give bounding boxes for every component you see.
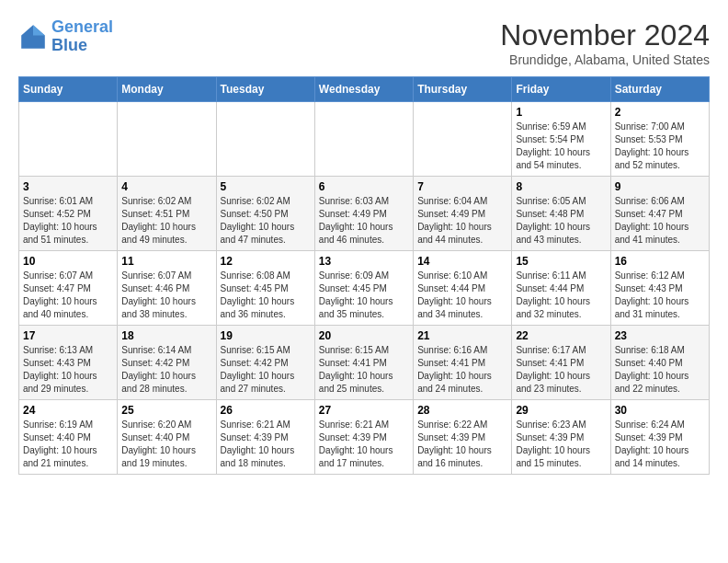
weekday-header: Wednesday xyxy=(314,77,413,102)
day-number: 24 xyxy=(23,404,113,417)
day-info: Sunrise: 6:09 AM Sunset: 4:45 PM Dayligh… xyxy=(319,270,409,321)
day-info: Sunrise: 6:01 AM Sunset: 4:52 PM Dayligh… xyxy=(23,195,113,247)
title-block: November 2024 Brundidge, Alabama, United… xyxy=(500,18,710,67)
day-number: 20 xyxy=(319,329,409,342)
day-number: 21 xyxy=(417,329,507,342)
calendar-cell: 18Sunrise: 6:14 AM Sunset: 4:42 PM Dayli… xyxy=(118,326,216,400)
calendar-cell: 11Sunrise: 6:07 AM Sunset: 4:46 PM Dayli… xyxy=(118,251,216,326)
calendar-cell: 9Sunrise: 6:06 AM Sunset: 4:47 PM Daylig… xyxy=(610,177,709,251)
calendar-cell: 23Sunrise: 6:18 AM Sunset: 4:40 PM Dayli… xyxy=(610,326,709,400)
calendar-cell: 14Sunrise: 6:10 AM Sunset: 4:44 PM Dayli… xyxy=(414,251,512,326)
month-title: November 2024 xyxy=(500,18,710,52)
day-info: Sunrise: 6:59 AM Sunset: 5:54 PM Dayligh… xyxy=(516,121,606,172)
weekday-header: Tuesday xyxy=(216,77,314,102)
day-number: 1 xyxy=(516,106,606,119)
day-info: Sunrise: 6:17 AM Sunset: 4:41 PM Dayligh… xyxy=(516,344,606,396)
calendar-cell xyxy=(118,102,216,177)
day-info: Sunrise: 6:11 AM Sunset: 4:44 PM Dayligh… xyxy=(516,270,606,321)
calendar-cell: 3Sunrise: 6:01 AM Sunset: 4:52 PM Daylig… xyxy=(19,177,118,251)
calendar-week-row: 10Sunrise: 6:07 AM Sunset: 4:47 PM Dayli… xyxy=(19,251,710,326)
day-info: Sunrise: 6:16 AM Sunset: 4:41 PM Dayligh… xyxy=(417,344,507,396)
day-info: Sunrise: 6:13 AM Sunset: 4:43 PM Dayligh… xyxy=(23,344,113,396)
day-info: Sunrise: 6:12 AM Sunset: 4:43 PM Dayligh… xyxy=(615,270,705,321)
calendar-cell: 16Sunrise: 6:12 AM Sunset: 4:43 PM Dayli… xyxy=(610,251,709,326)
day-number: 14 xyxy=(417,255,507,268)
day-number: 3 xyxy=(23,180,113,193)
day-info: Sunrise: 6:03 AM Sunset: 4:49 PM Dayligh… xyxy=(319,195,409,247)
day-info: Sunrise: 6:05 AM Sunset: 4:48 PM Dayligh… xyxy=(516,195,606,247)
day-number: 22 xyxy=(516,329,606,342)
weekday-header: Saturday xyxy=(610,77,709,102)
calendar-cell: 26Sunrise: 6:21 AM Sunset: 4:39 PM Dayli… xyxy=(216,400,314,475)
day-info: Sunrise: 6:06 AM Sunset: 4:47 PM Dayligh… xyxy=(615,195,705,247)
day-number: 10 xyxy=(23,255,113,268)
calendar-week-row: 3Sunrise: 6:01 AM Sunset: 4:52 PM Daylig… xyxy=(19,177,710,251)
calendar-cell: 29Sunrise: 6:23 AM Sunset: 4:39 PM Dayli… xyxy=(512,400,610,475)
weekday-header: Sunday xyxy=(19,77,118,102)
calendar-cell: 19Sunrise: 6:15 AM Sunset: 4:42 PM Dayli… xyxy=(216,326,314,400)
day-info: Sunrise: 6:10 AM Sunset: 4:44 PM Dayligh… xyxy=(417,270,507,321)
day-info: Sunrise: 6:02 AM Sunset: 4:50 PM Dayligh… xyxy=(221,195,311,247)
day-number: 8 xyxy=(516,180,606,193)
calendar-cell: 20Sunrise: 6:15 AM Sunset: 4:41 PM Dayli… xyxy=(314,326,413,400)
weekday-header: Friday xyxy=(512,77,610,102)
day-info: Sunrise: 6:14 AM Sunset: 4:42 PM Dayligh… xyxy=(121,344,211,396)
page-header: General Blue November 2024 Brundidge, Al… xyxy=(18,18,710,67)
day-number: 11 xyxy=(121,255,211,268)
day-number: 17 xyxy=(23,329,113,342)
calendar-cell: 7Sunrise: 6:04 AM Sunset: 4:49 PM Daylig… xyxy=(414,177,512,251)
calendar-cell: 8Sunrise: 6:05 AM Sunset: 4:48 PM Daylig… xyxy=(512,177,610,251)
calendar-cell: 25Sunrise: 6:20 AM Sunset: 4:40 PM Dayli… xyxy=(118,400,216,475)
calendar-cell: 17Sunrise: 6:13 AM Sunset: 4:43 PM Dayli… xyxy=(19,326,118,400)
day-number: 26 xyxy=(221,404,311,417)
day-number: 16 xyxy=(615,255,705,268)
calendar-cell: 24Sunrise: 6:19 AM Sunset: 4:40 PM Dayli… xyxy=(19,400,118,475)
day-info: Sunrise: 6:21 AM Sunset: 4:39 PM Dayligh… xyxy=(221,419,311,470)
day-info: Sunrise: 6:15 AM Sunset: 4:41 PM Dayligh… xyxy=(319,344,409,396)
calendar-cell: 15Sunrise: 6:11 AM Sunset: 4:44 PM Dayli… xyxy=(512,251,610,326)
day-number: 13 xyxy=(319,255,409,268)
logo-text: General Blue xyxy=(51,18,113,55)
calendar-cell: 6Sunrise: 6:03 AM Sunset: 4:49 PM Daylig… xyxy=(314,177,413,251)
calendar-cell: 27Sunrise: 6:21 AM Sunset: 4:39 PM Dayli… xyxy=(314,400,413,475)
day-info: Sunrise: 6:19 AM Sunset: 4:40 PM Dayligh… xyxy=(23,419,113,470)
logo: General Blue xyxy=(18,18,113,55)
day-info: Sunrise: 6:24 AM Sunset: 4:39 PM Dayligh… xyxy=(615,419,705,470)
calendar-cell: 21Sunrise: 6:16 AM Sunset: 4:41 PM Dayli… xyxy=(414,326,512,400)
day-number: 5 xyxy=(221,180,311,193)
calendar-header: SundayMondayTuesdayWednesdayThursdayFrid… xyxy=(19,77,710,102)
day-number: 30 xyxy=(615,404,705,417)
calendar-cell: 1Sunrise: 6:59 AM Sunset: 5:54 PM Daylig… xyxy=(512,102,610,177)
calendar-cell xyxy=(216,102,314,177)
svg-marker-1 xyxy=(33,25,45,35)
day-number: 6 xyxy=(319,180,409,193)
calendar-cell xyxy=(414,102,512,177)
day-info: Sunrise: 6:21 AM Sunset: 4:39 PM Dayligh… xyxy=(319,419,409,470)
day-info: Sunrise: 7:00 AM Sunset: 5:53 PM Dayligh… xyxy=(615,121,705,172)
calendar-body: 1Sunrise: 6:59 AM Sunset: 5:54 PM Daylig… xyxy=(19,102,710,475)
calendar-cell: 13Sunrise: 6:09 AM Sunset: 4:45 PM Dayli… xyxy=(314,251,413,326)
calendar-cell: 30Sunrise: 6:24 AM Sunset: 4:39 PM Dayli… xyxy=(610,400,709,475)
day-number: 29 xyxy=(516,404,606,417)
calendar-week-row: 24Sunrise: 6:19 AM Sunset: 4:40 PM Dayli… xyxy=(19,400,710,475)
calendar-week-row: 1Sunrise: 6:59 AM Sunset: 5:54 PM Daylig… xyxy=(19,102,710,177)
day-info: Sunrise: 6:08 AM Sunset: 4:45 PM Dayligh… xyxy=(221,270,311,321)
day-number: 28 xyxy=(417,404,507,417)
calendar-cell xyxy=(314,102,413,177)
calendar-cell: 28Sunrise: 6:22 AM Sunset: 4:39 PM Dayli… xyxy=(414,400,512,475)
day-number: 15 xyxy=(516,255,606,268)
day-info: Sunrise: 6:20 AM Sunset: 4:40 PM Dayligh… xyxy=(121,419,211,470)
day-info: Sunrise: 6:15 AM Sunset: 4:42 PM Dayligh… xyxy=(221,344,311,396)
day-number: 25 xyxy=(121,404,211,417)
calendar-cell: 12Sunrise: 6:08 AM Sunset: 4:45 PM Dayli… xyxy=(216,251,314,326)
day-number: 9 xyxy=(615,180,705,193)
calendar-cell xyxy=(19,102,118,177)
calendar-table: SundayMondayTuesdayWednesdayThursdayFrid… xyxy=(18,76,710,475)
calendar-cell: 5Sunrise: 6:02 AM Sunset: 4:50 PM Daylig… xyxy=(216,177,314,251)
day-info: Sunrise: 6:18 AM Sunset: 4:40 PM Dayligh… xyxy=(615,344,705,396)
weekday-header: Thursday xyxy=(414,77,512,102)
day-number: 4 xyxy=(121,180,211,193)
day-number: 7 xyxy=(417,180,507,193)
calendar-cell: 2Sunrise: 7:00 AM Sunset: 5:53 PM Daylig… xyxy=(610,102,709,177)
weekday-header-row: SundayMondayTuesdayWednesdayThursdayFrid… xyxy=(19,77,710,102)
